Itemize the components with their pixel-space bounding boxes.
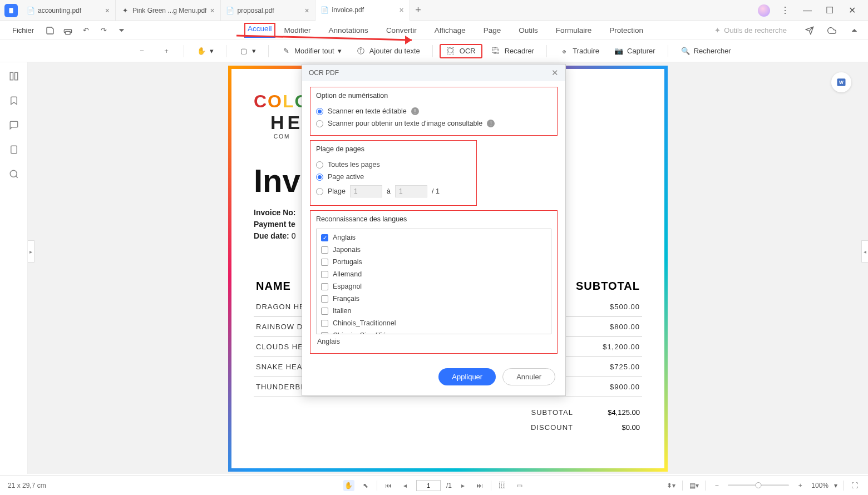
crop-button[interactable]: ⿻ Recadrer (486, 44, 540, 58)
language-title: Reconnaissance des langues (316, 215, 551, 223)
close-icon[interactable]: × (399, 6, 403, 14)
tab-page[interactable]: Page (475, 23, 510, 38)
radio-all-pages[interactable]: Toutes les pages (316, 159, 471, 171)
lang-item[interactable]: Allemand (320, 268, 548, 280)
zoom-out-icon[interactable]: − (711, 480, 722, 491)
close-icon[interactable]: ✕ (551, 68, 559, 78)
range-to-input[interactable] (395, 185, 427, 197)
radio-editable[interactable]: Scanner en texte éditable ! (316, 105, 551, 117)
new-tab-button[interactable]: + (410, 4, 427, 16)
apply-button[interactable]: Appliquer (438, 368, 496, 385)
lang-item[interactable]: Chinois_Traditionnel (320, 317, 548, 329)
svg-text:W: W (839, 80, 844, 85)
hand-tool-icon[interactable]: ✋ (343, 480, 354, 491)
close-icon[interactable]: × (105, 6, 110, 15)
lang-item[interactable]: Espagnol (320, 280, 548, 293)
tab-modifier[interactable]: Modifier (275, 23, 320, 38)
comments-icon[interactable] (8, 119, 20, 131)
cancel-button[interactable]: Annuler (502, 368, 555, 385)
search-panel-icon[interactable] (8, 168, 20, 180)
language-list[interactable]: Anglais Japonais Portugais Allemand Espa… (316, 229, 551, 334)
lang-item[interactable]: Chinois_Simplifié (320, 329, 548, 334)
tab-annotations[interactable]: Annotations (320, 23, 377, 38)
toolbar: − + ✋▾ ▢▾ ✎ Modifier tout▾ Ⓣ Ajouter du … (0, 40, 868, 62)
tab-protection[interactable]: Protection (600, 23, 652, 38)
maximize-icon[interactable]: ☐ (822, 3, 837, 18)
scroll-mode-icon[interactable]: ⿲ (497, 480, 508, 491)
view-mode-icon[interactable]: ▤▾ (688, 480, 699, 491)
read-mode-icon[interactable]: ▭ (514, 480, 525, 491)
add-text-button[interactable]: Ⓣ Ajouter du texte (351, 44, 426, 58)
next-page-icon[interactable]: ▸ (457, 480, 468, 491)
last-page-icon[interactable]: ⏭ (474, 480, 485, 491)
lang-item[interactable]: Italien (320, 305, 548, 317)
checkbox-icon (321, 283, 328, 290)
bookmark-icon[interactable] (8, 95, 20, 107)
edit-all-button[interactable]: ✎ Modifier tout▾ (275, 44, 347, 58)
radio-icon (316, 174, 323, 181)
avatar[interactable] (758, 4, 770, 17)
checkbox-icon (321, 234, 328, 241)
attachments-icon[interactable] (8, 143, 20, 156)
zoom-in-icon[interactable]: + (795, 480, 806, 491)
file-menu[interactable]: Fichier (8, 24, 38, 36)
translate-button[interactable]: 🜨 Traduire (554, 44, 605, 58)
lang-item[interactable]: Japonais (320, 244, 548, 256)
close-icon[interactable]: × (304, 6, 309, 15)
zoom-slider[interactable] (728, 484, 789, 486)
sparkle-icon: ✦ (714, 26, 721, 34)
tab-accounting[interactable]: 📄 accounting.pdf × (21, 0, 116, 21)
search-button[interactable]: 🔍 Rechercher (675, 44, 737, 58)
tab-pinkgreen[interactable]: ✦ Pink Green ...g Menu.pdf × (116, 0, 221, 21)
zoom-in-button[interactable]: + (156, 44, 177, 58)
dropdown-icon[interactable]: ⏷ (115, 24, 127, 37)
prev-page-icon[interactable]: ◂ (400, 480, 411, 491)
cloud-icon[interactable] (826, 24, 838, 37)
ocr-button[interactable]: ⿴ OCR (440, 44, 482, 58)
tab-convertir[interactable]: Convertir (377, 23, 426, 38)
first-page-icon[interactable]: ⏮ (383, 480, 394, 491)
print-icon[interactable] (62, 24, 74, 37)
redo-icon[interactable]: ↷ (97, 24, 110, 37)
zoom-out-button[interactable]: − (131, 44, 152, 58)
word-float-button[interactable]: W (831, 72, 851, 92)
fit-width-icon[interactable]: ⬍▾ (665, 480, 677, 491)
undo-icon[interactable]: ↶ (80, 24, 92, 37)
share-icon[interactable] (803, 24, 816, 37)
tab-formulaire[interactable]: Formulaire (547, 23, 601, 38)
thumbnails-icon[interactable] (8, 70, 20, 82)
select-tool-icon[interactable]: ⬉ (360, 480, 371, 491)
lang-item[interactable]: Français (320, 293, 548, 305)
lang-item[interactable]: Anglais (320, 231, 548, 244)
select-tool[interactable]: ▢▾ (233, 44, 262, 58)
page-input[interactable] (416, 480, 441, 491)
close-icon[interactable]: × (210, 6, 214, 15)
left-expand-toggle[interactable]: ▸ (28, 240, 34, 263)
tab-affichage[interactable]: Affichage (426, 23, 475, 38)
minimize-icon[interactable]: — (800, 3, 815, 18)
tab-invoice[interactable]: 📄 invoice.pdf × (315, 0, 410, 21)
lang-item[interactable]: Portugais (320, 256, 548, 268)
capture-button[interactable]: 📷 Capturer (608, 44, 661, 58)
close-window-icon[interactable]: ✕ (845, 3, 859, 18)
info-icon[interactable]: ! (487, 120, 495, 127)
fullscreen-icon[interactable]: ⛶ (849, 480, 860, 491)
tab-accueil[interactable]: Accueil (244, 23, 275, 38)
expand-icon[interactable]: ⏶ (848, 24, 860, 37)
info-icon[interactable]: ! (411, 107, 419, 115)
hand-tool[interactable]: ✋▾ (191, 44, 219, 58)
more-icon[interactable]: ⋮ (778, 3, 792, 18)
radio-searchable[interactable]: Scanner pour obtenir un texte d'image co… (316, 117, 551, 130)
tab-outils[interactable]: Outils (510, 23, 547, 38)
save-icon[interactable] (44, 24, 56, 37)
right-expand-toggle[interactable]: ◂ (861, 240, 868, 263)
radio-icon (316, 161, 323, 169)
checkbox-icon (321, 295, 328, 303)
tab-proposal[interactable]: 📄 proposal.pdf × (221, 0, 315, 21)
radio-active-page[interactable]: Page active (316, 171, 471, 183)
dialog-title-bar[interactable]: OCR PDF ✕ (302, 65, 565, 81)
search-tools[interactable]: ✦ Outils de recherche (714, 26, 787, 34)
range-from-input[interactable] (350, 185, 382, 197)
minus-icon: − (137, 46, 147, 56)
radio-range[interactable]: Plage à / 1 (316, 183, 471, 200)
